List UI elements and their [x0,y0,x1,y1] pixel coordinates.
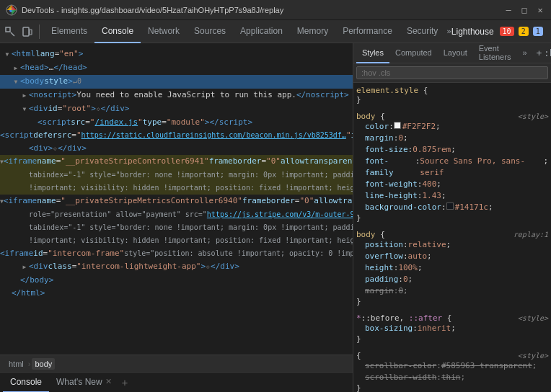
expand-html[interactable] [3,48,12,61]
error-badge: 10 [500,27,514,36]
svg-line-3 [11,32,14,36]
console-subtabs: Console What's New ✕ + [0,372,353,392]
tab-performance[interactable]: Performance [335,20,400,43]
body-style-props: color : #F2F2F2 ; margin : 0 ; [356,121,548,213]
console-tab-close-icon[interactable]: ✕ [105,377,112,386]
styles-tab-event-listeners[interactable]: Event Listeners [473,43,517,63]
device-toggle-button[interactable] [20,24,35,39]
tab-elements[interactable]: Elements [44,20,94,43]
styles-tabs: Styles Computed Layout Event Listeners »… [353,43,551,63]
styles-tab-overflow[interactable]: » [516,43,532,63]
tab-application[interactable]: Application [233,20,290,43]
main-content: <html lang="en"> <head>…</head> <body st… [0,43,551,392]
color-swatch-f2f2f2 [394,122,401,129]
lighthouse-button[interactable]: Lighthouse [451,27,494,37]
scrollbar-rule: { <style> scrollbar-color : #585963 tran… [356,351,548,392]
html-div-intercom-line: <div class="intercom-lightweight-app">⬦<… [0,260,353,274]
styles-filter-input[interactable] [356,66,548,79]
html-close-body-line: </body> [0,274,353,287]
rule-source-scrollbar: <style> [518,352,548,360]
settings-button[interactable]: ⚙ [547,24,551,39]
console-subtab-console[interactable]: Console [3,373,49,393]
styles-filter-bar [353,63,551,83]
html-iframe-stripe1-style2-line: !important; visibility: hidden !importan… [0,182,353,195]
html-div-empty-line: <div>⬦</div> [0,142,353,155]
styles-tab-computed[interactable]: Computed [389,43,438,63]
expand-div-intercom[interactable] [20,261,29,273]
rule-selector-body-replay: body { [356,230,385,239]
svg-rect-5 [30,30,32,35]
tab-console[interactable]: Console [94,20,141,43]
html-root-line: <html lang="en"> [0,48,353,61]
body-style-rule: body { <style> color : #F2F2F2 ; margin [356,112,548,223]
rule-source-before-after: <style> [518,314,548,322]
expand-head[interactable] [12,62,20,74]
color-swatch-14171c [446,202,454,210]
html-tree: <html lang="en"> <head>…</head> <body st… [0,43,353,355]
tabs-overflow-button[interactable]: » [446,27,451,36]
maximize-button[interactable]: □ [519,5,529,15]
info-badge: 1 [533,27,543,36]
body-replay-rule: body { replay:1 position : relative ; ov… [356,230,548,306]
warning-badge: 2 [519,27,529,36]
svg-rect-4 [23,27,29,36]
rule-source-body-replay: replay:1 [513,231,548,239]
html-iframe-stripe1-line: <iframe name="__privateStripeController6… [0,155,353,169]
html-noscript-line: <noscript>You need to enable JavaScript … [0,89,353,102]
add-console-tab-button[interactable]: + [122,377,128,388]
breadcrumb-sep1: › [28,360,31,368]
expand-div-root[interactable] [20,103,29,115]
html-iframe-stripe2-style-line: tabindex="-1" style="border: none !impor… [0,221,353,234]
inspect-element-button[interactable] [3,24,17,39]
html-iframe-stripe2-src-line: role="presentation" allow="payment" src=… [0,208,353,221]
expand-body[interactable] [12,76,20,88]
styles-content: element.style { } body { <style> color : [353,83,551,392]
html-close-html-line: </html> [0,287,353,300]
html-iframe-intercom-line: <iframe id="intercom-frame" style="posit… [0,247,353,260]
rule-selector-before-after: *::before, ::after { [356,313,451,323]
html-body-line[interactable]: <body style> ↵0 [0,75,353,89]
tab-security[interactable]: Security [400,20,445,43]
element-style-rule: element.style { } [356,86,548,104]
breadcrumb-html[interactable]: html [6,358,27,370]
html-script-cf-line: <script defer src="https://static.cloudf… [0,129,353,142]
tab-network[interactable]: Network [141,20,187,43]
html-iframe-stripe1-style-line: tabindex="-1" style="border: none !impor… [0,169,353,182]
body-replay-props: position : relative ; overflow : auto ; [356,239,548,297]
devtools-container: Elements Console Network Sources Applica… [0,20,551,392]
styles-tab-layout[interactable]: Layout [438,43,473,63]
tab-sources[interactable]: Sources [187,20,233,43]
html-iframe-stripe2-style2-line: !important; visibility: hidden !importan… [0,234,353,247]
tab-memory[interactable]: Memory [290,20,335,43]
chrome-icon [6,4,17,16]
breadcrumb-body[interactable]: body [32,358,55,370]
before-after-rule: *::before, ::after { <style> box-sizing … [356,313,548,344]
toggle-element-state-button[interactable]: :hov [549,47,551,60]
html-iframe-stripe2-line: <iframe name="__privateStripeMetricsCont… [0,195,353,208]
html-head-line: <head>…</head> [0,61,353,75]
devtools-title: DevTools - insights.gg/dashboard/video/5… [22,6,499,14]
rule-selector-element-style: element.style { [356,86,428,95]
close-button[interactable]: ✕ [535,5,545,15]
rule-source-body-style: <style> [518,112,548,120]
console-subtab-whatsnew[interactable]: What's New ✕ [49,373,119,393]
expand-noscript[interactable] [20,89,29,102]
html-panel: <html lang="en"> <head>…</head> <body st… [0,43,353,392]
devtools-tabs: Elements Console Network Sources Applica… [0,20,551,43]
svg-rect-2 [6,27,10,32]
styles-panel: Styles Computed Layout Event Listeners »… [353,43,551,392]
html-div-root-line: <div id="root">⬦</div> [0,102,353,116]
title-bar: DevTools - insights.gg/dashboard/video/5… [0,0,551,20]
rule-selector-scrollbar: { [356,351,361,360]
breadcrumb-bar: html › body [0,355,353,372]
html-script-index-line: <script src="/index.js" type="module"></… [0,116,353,129]
styles-tab-styles[interactable]: Styles [356,43,389,63]
minimize-button[interactable]: — [503,5,513,15]
rule-selector-body-style: body { [356,112,385,121]
